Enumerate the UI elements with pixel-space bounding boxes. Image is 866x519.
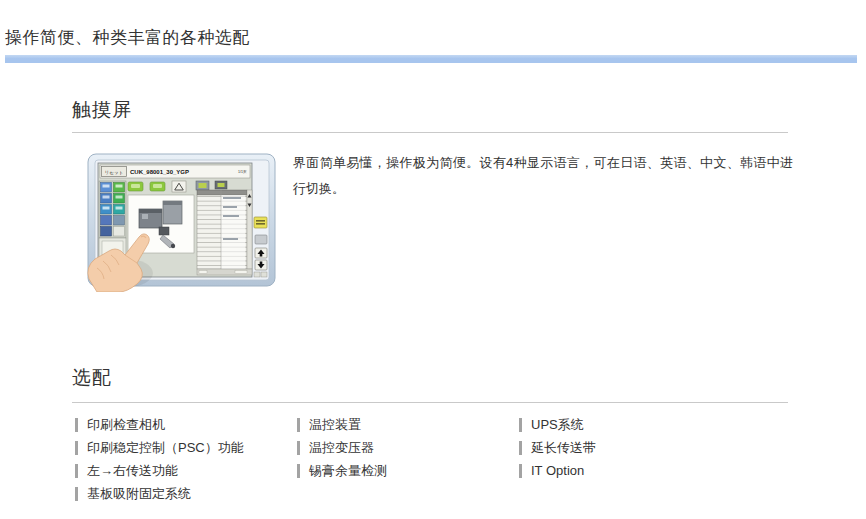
option-item: UPS系统: [519, 413, 779, 436]
option-marker: [519, 418, 522, 432]
option-marker: [75, 441, 78, 455]
touchscreen-section-heading: 触摸屏: [72, 97, 132, 123]
option-marker: [75, 418, 78, 432]
touch-panel-illustration: リセット CUK_98001_30_YGP 1/1页: [75, 151, 281, 292]
panel-screen-title: CUK_98001_30_YGP: [130, 169, 189, 175]
option-item: IT Option: [519, 459, 779, 482]
option-marker: [75, 464, 78, 478]
yellow-button: [254, 217, 267, 228]
page-title: 操作简便、种类丰富的各种选配: [5, 26, 250, 49]
options-column: 温控装置温控变压器锡膏余量检测: [297, 413, 519, 482]
option-item: 温控装置: [297, 413, 519, 436]
option-label: 温控装置: [309, 416, 361, 434]
touchscreen-description: 界面简单易懂，操作极为简便。设有4种显示语言，可在日语、英语、中文、韩语中进行切…: [293, 150, 793, 202]
options-columns: 印刷检查相机印刷稳定控制（PSC）功能左→右传送功能基板吸附固定系统温控装置温控…: [75, 413, 779, 505]
option-marker: [297, 464, 300, 478]
option-label: 基板吸附固定系统: [87, 485, 191, 503]
options-column: 印刷检查相机印刷稳定控制（PSC）功能左→右传送功能基板吸附固定系统: [75, 413, 297, 505]
option-marker: [297, 418, 300, 432]
option-label: 印刷稳定控制（PSC）功能: [87, 439, 244, 457]
option-label: 左→右传送功能: [87, 462, 178, 480]
option-label: 延长传送带: [531, 439, 596, 457]
option-item: 延长传送带: [519, 436, 779, 459]
panel-page-indicator: 1/1页: [238, 169, 247, 174]
touchscreen-section-rule: [72, 132, 788, 133]
option-item: 基板吸附固定系统: [75, 482, 297, 505]
options-section-rule: [72, 402, 788, 403]
option-item: 左→右传送功能: [75, 459, 297, 482]
option-label: 印刷检查相机: [87, 416, 165, 434]
option-marker: [297, 441, 300, 455]
panel-left-icon-grid: [99, 181, 126, 238]
option-marker: [519, 441, 522, 455]
touch-panel-photo: リセット CUK_98001_30_YGP 1/1页: [75, 151, 281, 292]
option-label: 锡膏余量检测: [309, 462, 387, 480]
option-label: IT Option: [531, 463, 584, 478]
option-item: 锡膏余量检测: [297, 459, 519, 482]
accent-divider-bar: [5, 55, 857, 63]
options-section-heading: 选配: [72, 365, 112, 391]
option-item: 温控变压器: [297, 436, 519, 459]
options-column: UPS系统延长传送带IT Option: [519, 413, 779, 482]
option-marker: [75, 487, 78, 501]
option-label: UPS系统: [531, 416, 584, 434]
gray-side-button: [255, 235, 267, 244]
option-item: 印刷检查相机: [75, 413, 297, 436]
panel-reset-label: リセット: [105, 170, 124, 175]
option-marker: [519, 464, 522, 478]
parameter-table: [197, 181, 252, 275]
option-item: 印刷稳定控制（PSC）功能: [75, 436, 297, 459]
option-label: 温控变压器: [309, 439, 374, 457]
